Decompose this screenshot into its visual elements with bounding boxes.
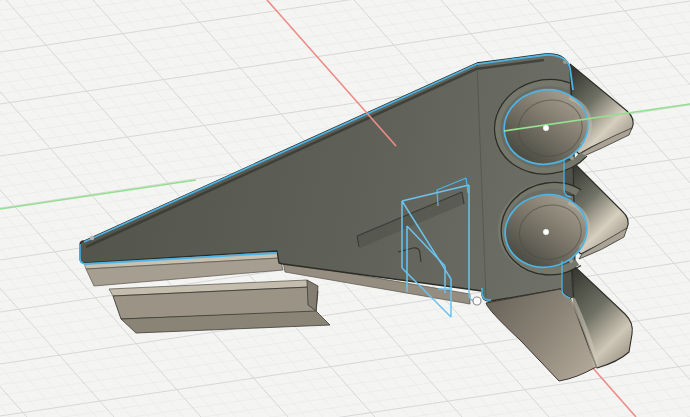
viewport-canvas[interactable] [0, 0, 690, 417]
vertex-dot-corner[interactable] [563, 60, 567, 64]
vertex-dot-tab3[interactable] [569, 259, 573, 263]
hole1-center-point[interactable] [543, 125, 548, 130]
hole2-center-point[interactable] [543, 229, 548, 234]
vertex-dot-tab2[interactable] [570, 156, 574, 160]
vertex-dot-tip[interactable] [90, 236, 94, 240]
cad-3d-viewport[interactable] [0, 0, 690, 417]
sketch-point-marker[interactable] [473, 297, 481, 305]
